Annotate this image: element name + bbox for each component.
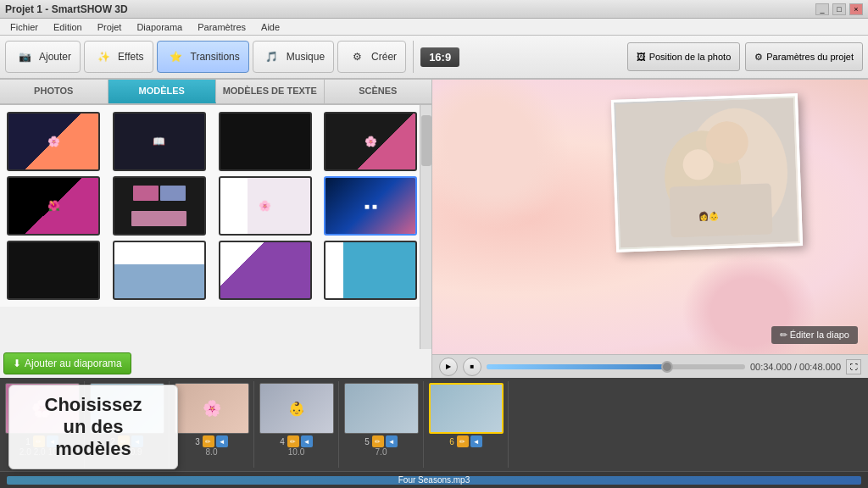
template-thumb-6[interactable]	[113, 176, 206, 236]
progress-fill	[487, 364, 667, 369]
menu-parametres[interactable]: Paramètres	[191, 20, 253, 34]
settings-icon: ⚙	[754, 52, 763, 63]
timeline-slide-5: 5 ✏ ◄ 7.0	[339, 381, 424, 468]
arrow-icon-5: ◄	[386, 435, 398, 447]
template-thumb-12[interactable]	[324, 241, 417, 300]
preview-area: 👩‍👶 ✏ Éditer la diapo	[432, 80, 868, 354]
arrow-icon-4: ◄	[301, 435, 313, 447]
template-thumb-8[interactable]: ■ ■	[324, 176, 417, 236]
template-thumb-9[interactable]	[7, 241, 100, 300]
stop-button[interactable]: ■	[463, 358, 481, 376]
creer-button[interactable]: ⚙ Créer	[337, 41, 406, 73]
menu-edition[interactable]: Edition	[47, 20, 89, 34]
add-to-slideshow-button[interactable]: ⬇ Ajouter au diaporama	[3, 352, 131, 374]
transitions-button[interactable]: ⭐ Transitions	[157, 41, 249, 73]
maximize-btn[interactable]: □	[832, 3, 846, 15]
photo-content: 👩‍👶	[614, 96, 800, 249]
create-icon: ⚙	[347, 47, 367, 67]
tooltip-line1: Choisissez	[23, 394, 164, 416]
effets-button[interactable]: ✨ Effets	[84, 41, 153, 73]
window-controls[interactable]: _ □ ×	[815, 3, 863, 15]
pencil-icon-5: ✏	[372, 435, 384, 447]
scrollbar[interactable]	[420, 105, 431, 349]
position-photo-button[interactable]: 🖼 Position de la photo	[627, 42, 741, 71]
menubar: Fichier Edition Projet Diaporama Paramèt…	[0, 19, 868, 36]
tabs-row: PHOTOS MODÈLES MODÈLES DE TEXTE SCÈNES	[0, 80, 431, 105]
progress-bar[interactable]	[487, 364, 745, 369]
tab-photos[interactable]: PHOTOS	[0, 80, 108, 103]
tooltip-line2: un des modèles	[23, 416, 164, 460]
arrow-icon-3: ◄	[216, 435, 228, 447]
left-panel: PHOTOS MODÈLES MODÈLES DE TEXTE SCÈNES 🌸…	[0, 80, 432, 378]
app-title: Projet 1 - SmartSHOW 3D	[5, 3, 128, 15]
template-thumb-3[interactable]	[219, 112, 312, 171]
transport-bar: ▶ ■ 00:34.000 / 00:48.000 ⛶	[432, 354, 868, 378]
template-thumb-4[interactable]: 🌸	[324, 112, 417, 171]
musique-button[interactable]: 🎵 Musique	[253, 41, 334, 73]
slide-thumb-6[interactable]	[429, 383, 504, 434]
separator	[413, 41, 414, 73]
toolbar: 📷 Ajouter ✨ Effets ⭐ Transitions 🎵 Musiq…	[0, 36, 868, 80]
svg-rect-5	[670, 183, 773, 237]
close-btn[interactable]: ×	[849, 3, 863, 15]
titlebar: Projet 1 - SmartSHOW 3D _ □ ×	[0, 0, 868, 19]
menu-projet[interactable]: Projet	[91, 20, 129, 34]
position-icon: 🖼	[637, 52, 646, 62]
pencil-icon-6: ✏	[457, 435, 469, 447]
template-thumb-10[interactable]	[113, 241, 206, 300]
toolbar-right: 🖼 Position de la photo ⚙ Paramètres du p…	[627, 42, 863, 71]
camera-icon: 📷	[14, 47, 35, 67]
edit-slide-button[interactable]: ✏ Éditer la diapo	[771, 326, 858, 344]
timeline-slide-6: 6 ✏ ◄	[424, 381, 509, 468]
arrow-icon-6: ◄	[470, 435, 482, 447]
parametres-projet-button[interactable]: ⚙ Paramètres du projet	[745, 42, 863, 71]
play-button[interactable]: ▶	[439, 358, 458, 376]
tab-modeles-texte[interactable]: MODÈLES DE TEXTE	[216, 80, 325, 103]
menu-fichier[interactable]: Fichier	[3, 20, 45, 34]
progress-thumb[interactable]	[661, 361, 673, 373]
fullscreen-button[interactable]: ⛶	[846, 359, 861, 374]
timeline-slide-4: 👶 4 ✏ ◄ 10.0	[254, 381, 339, 468]
music-bar: Four Seasons.mp3	[7, 476, 861, 485]
pencil-icon-3: ✏	[203, 435, 214, 447]
scrollbar-thumb[interactable]	[421, 115, 431, 166]
slide-thumb-4[interactable]: 👶	[259, 383, 334, 434]
transitions-icon: ⭐	[166, 47, 186, 67]
music-track: Four Seasons.mp3	[0, 471, 868, 488]
music-label: Four Seasons.mp3	[398, 475, 470, 485]
menu-diaporama[interactable]: Diaporama	[130, 20, 189, 34]
time-display: 00:34.000 / 00:48.000	[750, 362, 841, 372]
template-thumb-1[interactable]: 🌸	[7, 112, 100, 171]
preview-photo: 👩‍👶	[611, 93, 803, 252]
menu-aide[interactable]: Aide	[254, 20, 287, 34]
template-thumb-7[interactable]: 🌸	[219, 176, 312, 236]
right-panel: 👩‍👶 ✏ Éditer la diapo ▶ ■ 00:34.000 / 00…	[432, 80, 868, 378]
music-icon: 🎵	[262, 47, 282, 67]
tab-modeles[interactable]: MODÈLES	[108, 80, 217, 103]
svg-text:👩‍👶: 👩‍👶	[698, 211, 720, 223]
tab-scenes[interactable]: SCÈNES	[325, 80, 432, 103]
download-icon: ⬇	[13, 358, 21, 369]
thumbnails-grid: 🌸 📖 🌸 🌺	[0, 105, 431, 307]
effects-icon: ✨	[93, 47, 114, 67]
minimize-btn[interactable]: _	[815, 3, 829, 15]
aspect-ratio-badge: 16:9	[420, 47, 459, 67]
tooltip-overlay: Choisissez un des modèles	[8, 385, 178, 469]
timeline-slide-3: 🌸 3 ✏ ◄ 8.0	[170, 381, 254, 468]
template-thumb-11[interactable]	[219, 241, 312, 300]
template-thumb-5[interactable]: 🌺	[7, 176, 100, 236]
pencil-icon-4: ✏	[287, 435, 299, 447]
main-area: PHOTOS MODÈLES MODÈLES DE TEXTE SCÈNES 🌸…	[0, 80, 868, 378]
template-thumb-2[interactable]: 📖	[113, 112, 206, 171]
slide-thumb-5[interactable]	[344, 383, 419, 434]
ajouter-button[interactable]: 📷 Ajouter	[5, 41, 81, 73]
slide-thumb-3[interactable]: 🌸	[175, 383, 249, 434]
